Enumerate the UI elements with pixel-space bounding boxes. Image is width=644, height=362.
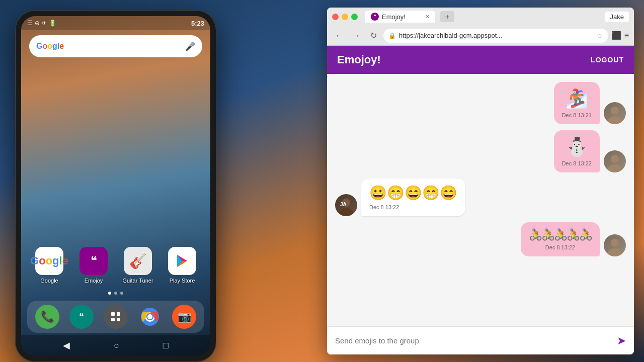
dot-1	[108, 292, 111, 295]
svg-point-18	[339, 208, 353, 216]
guitar-tuner-label: Guitar Tuner	[122, 278, 153, 284]
browser-window: ❝ Emojoy! × + Jake ← → ↻ 🔒 https://jakea…	[327, 8, 634, 354]
chat-area: 🏂 Dec 8 13:21 ⛄ Dec 8 13:22	[327, 74, 634, 326]
tab-close-button[interactable]: ×	[426, 13, 429, 20]
avatar-4	[604, 234, 626, 256]
svg-rect-7	[117, 318, 120, 321]
tab-title: Emojoy!	[382, 13, 406, 21]
google-icon: Google	[35, 247, 63, 275]
dot-3	[120, 292, 123, 295]
window-minimize-button[interactable]	[342, 14, 348, 20]
dock-phone[interactable]: 📞	[35, 305, 59, 329]
avatar-1	[604, 102, 626, 124]
emojoy-icon: ❝	[79, 247, 108, 275]
app-icon-play-store[interactable]: Play Store	[162, 247, 202, 284]
svg-text:JA: JA	[340, 202, 347, 207]
browser-title-bar: ❝ Emojoy! × + Jake	[327, 8, 634, 26]
search-bar[interactable]: Google 🎤	[29, 35, 202, 57]
phone-nav-bar: ◀ ○ □	[21, 335, 210, 356]
message-bubble-2: ⛄ Dec 8 13:22	[554, 130, 600, 172]
status-icon-battery: 🔋	[49, 20, 56, 27]
back-button[interactable]: ◀	[63, 340, 70, 351]
status-icon-notification: ☰	[27, 20, 33, 27]
recents-button[interactable]: □	[163, 340, 169, 351]
browser-tab[interactable]: ❝ Emojoy! ×	[365, 11, 435, 23]
message-emojis-3: 😀😁😄😁😄	[369, 185, 457, 201]
page-indicator	[21, 292, 210, 295]
svg-point-21	[608, 248, 622, 256]
message-input[interactable]	[335, 336, 611, 345]
message-bubble-3: 😀😁😄😁😄 Dec 8 13:22	[361, 178, 465, 216]
phone-screen: ☰ ⊖ ✈ 🔋 5:23 Google 🎤	[21, 16, 210, 356]
send-button[interactable]: ➤	[617, 334, 626, 347]
phone-frame: ☰ ⊖ ✈ 🔋 5:23 Google 🎤	[15, 10, 216, 362]
message-time-2: Dec 8 13:22	[562, 160, 592, 166]
status-time: 5:23	[191, 20, 204, 27]
message-emoji-1: 🏂	[566, 88, 588, 109]
google-logo: Google	[36, 42, 64, 51]
cast-icon[interactable]: ⬛	[611, 31, 621, 40]
menu-icon[interactable]: ≡	[624, 31, 629, 40]
user-profile-button[interactable]: Jake	[605, 12, 629, 22]
window-maximize-button[interactable]	[351, 14, 358, 20]
url-text: https://jakearchibald-gcm.appspot...	[399, 32, 502, 39]
home-button[interactable]: ○	[114, 340, 119, 351]
svg-point-15	[611, 155, 619, 163]
message-time-1: Dec 8 13:21	[562, 112, 592, 118]
tab-favicon: ❝	[371, 13, 379, 21]
svg-point-14	[608, 116, 622, 124]
message-emoji-2: ⛄	[566, 136, 588, 157]
browser-toolbar: ← → ↻ 🔒 https://jakearchibald-gcm.appspo…	[327, 26, 634, 46]
message-bubble-1: 🏂 Dec 8 13:21	[554, 82, 600, 124]
app-icon-guitar-tuner[interactable]: 🎸 Guitar Tuner	[118, 247, 158, 284]
dot-2	[114, 292, 117, 295]
svg-point-16	[608, 164, 622, 172]
back-nav-button[interactable]: ←	[332, 29, 346, 43]
voice-search-icon[interactable]: 🎤	[185, 41, 195, 51]
status-icons-left: ☰ ⊖ ✈ 🔋	[27, 20, 56, 27]
message-bubble-4: 🚴🚴🚴🚴🚴 Dec 8 13:22	[521, 222, 600, 256]
app-icon-google[interactable]: Google Google	[29, 247, 69, 284]
message-4: 🚴🚴🚴🚴🚴 Dec 8 13:22	[335, 222, 626, 256]
message-3: JA 😀😁😄😁😄 Dec 8 13:22	[335, 178, 626, 216]
toolbar-right-icons: ⬛ ≡	[611, 31, 629, 40]
play-store-icon	[168, 247, 196, 275]
avatar-3: JA	[335, 194, 357, 216]
message-1: 🏂 Dec 8 13:21	[335, 82, 626, 124]
app-header: Emojoy! LOGOUT	[327, 46, 634, 74]
status-icon-dnd: ⊖	[35, 20, 40, 27]
message-time-3: Dec 8 13:22	[369, 204, 457, 210]
message-time-4: Dec 8 13:22	[545, 244, 575, 250]
logout-button[interactable]: LOGOUT	[591, 56, 624, 64]
ssl-lock-icon: 🔒	[388, 32, 396, 39]
clock: 5:23	[191, 20, 204, 27]
phone-dock: 📞 ❝	[27, 301, 204, 333]
new-tab-button[interactable]: +	[440, 11, 454, 22]
phone-status-bar: ☰ ⊖ ✈ 🔋 5:23	[21, 16, 210, 30]
refresh-button[interactable]: ↻	[366, 29, 380, 43]
dock-hangouts[interactable]: ❝	[69, 305, 94, 329]
bookmark-star-icon[interactable]: ☆	[597, 32, 603, 40]
svg-point-13	[611, 107, 619, 115]
address-bar[interactable]: 🔒 https://jakearchibald-gcm.appspot... ☆	[383, 29, 608, 43]
svg-rect-5	[117, 312, 120, 316]
svg-rect-4	[111, 312, 115, 316]
guitar-tuner-icon: 🎸	[124, 247, 152, 275]
phone-container: ☰ ⊖ ✈ 🔋 5:23 Google 🎤	[15, 10, 226, 352]
forward-nav-button[interactable]: →	[349, 29, 363, 43]
dock-all-apps[interactable]	[104, 305, 128, 329]
dock-chrome[interactable]	[138, 305, 162, 329]
svg-point-12	[147, 314, 152, 319]
dock-camera[interactable]: 📷	[172, 305, 196, 329]
wallpaper	[21, 62, 210, 162]
google-label: Google	[40, 278, 58, 284]
app-icon-emojoy[interactable]: ❝ Emojoy	[73, 247, 114, 284]
window-close-button[interactable]	[332, 14, 339, 20]
avatar-2	[604, 150, 626, 172]
play-store-label: Play Store	[170, 278, 195, 284]
message-emoji-4: 🚴🚴🚴🚴🚴	[529, 228, 592, 241]
app-title: Emojoy!	[337, 53, 381, 66]
svg-point-20	[611, 239, 619, 247]
svg-rect-6	[111, 318, 115, 321]
chat-input-area: ➤	[327, 326, 634, 354]
